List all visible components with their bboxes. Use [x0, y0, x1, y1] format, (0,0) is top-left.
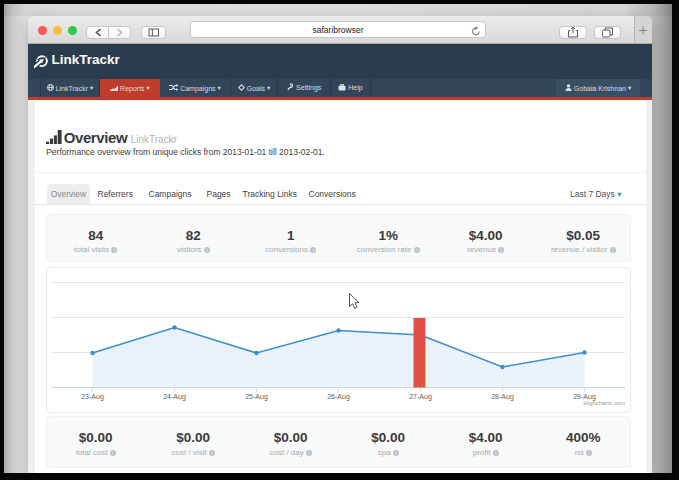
svg-text:28-Aug: 28-Aug — [491, 393, 514, 401]
svg-text:23-Aug: 23-Aug — [81, 393, 104, 401]
svg-text:27-Aug: 27-Aug — [409, 393, 432, 401]
svg-text:26-Aug: 26-Aug — [327, 393, 350, 401]
svg-text:25-Aug: 25-Aug — [245, 393, 268, 401]
svg-text:24-Aug: 24-Aug — [163, 393, 186, 401]
svg-text:Highcharts.com: Highcharts.com — [583, 400, 625, 406]
